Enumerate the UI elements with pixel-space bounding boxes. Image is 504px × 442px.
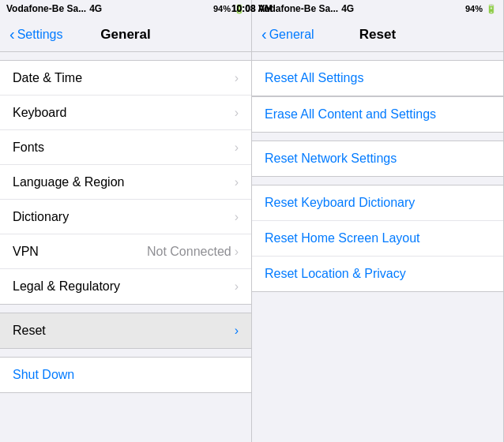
- keyboard-value: ›: [235, 106, 239, 120]
- carrier-label: Vodafone-Be Sa...: [6, 3, 86, 14]
- left-back-chevron-icon: ‹: [9, 26, 15, 42]
- vpn-value: Not Connected ›: [147, 245, 239, 259]
- dictionary-item[interactable]: Dictionary ›: [0, 200, 251, 234]
- left-back-button[interactable]: ‹ Settings: [9, 27, 62, 42]
- fonts-label: Fonts: [13, 140, 44, 155]
- reset-section: Reset ›: [0, 313, 251, 349]
- reset-label: Reset: [13, 324, 46, 338]
- right-network-label: 4G: [341, 3, 354, 14]
- right-battery-icon: 🔋: [486, 4, 497, 14]
- battery-label: 94%: [213, 4, 231, 13]
- language-region-value: ›: [235, 175, 239, 189]
- reset-keyboard-label: Reset Keyboard Dictionary: [265, 196, 415, 210]
- right-status-bar: Vodafone-Be Sa... 4G 10:08 AM 94% 🔋: [252, 0, 503, 17]
- left-nav-bar: ‹ Settings General: [0, 17, 251, 52]
- shutdown-section: Shut Down: [0, 357, 251, 393]
- vpn-chevron-icon: ›: [235, 245, 239, 259]
- reset-homescreen-item[interactable]: Reset Home Screen Layout: [252, 221, 503, 257]
- right-nav-bar: ‹ General Reset: [252, 17, 503, 52]
- fonts-item[interactable]: Fonts ›: [0, 130, 251, 165]
- reset-chevron-icon: ›: [235, 324, 239, 338]
- reset-item[interactable]: Reset ›: [0, 313, 251, 348]
- left-main-list: Date & Time › Keyboard › Fonts › Languag…: [0, 60, 251, 305]
- date-time-chevron-icon: ›: [235, 71, 239, 85]
- dictionary-label: Dictionary: [13, 210, 69, 224]
- network-label: 4G: [89, 3, 102, 14]
- reset-all-settings-item[interactable]: Reset All Settings: [252, 61, 503, 96]
- right-time: 10:08 AM: [231, 3, 273, 14]
- legal-regulatory-label: Legal & Regulatory: [13, 279, 120, 294]
- vpn-item[interactable]: VPN Not Connected ›: [0, 234, 251, 269]
- language-region-item[interactable]: Language & Region ›: [0, 165, 251, 200]
- reset-network-label: Reset Network Settings: [265, 152, 397, 166]
- right-panel: Vodafone-Be Sa... 4G 10:08 AM 94% 🔋 ‹ Ge…: [252, 0, 504, 442]
- reset-keyboard-item[interactable]: Reset Keyboard Dictionary: [252, 185, 503, 221]
- left-status-left: Vodafone-Be Sa... 4G: [6, 3, 102, 14]
- shutdown-label: Shut Down: [13, 368, 74, 382]
- erase-all-section: Erase All Content and Settings: [252, 96, 503, 133]
- date-time-label: Date & Time: [13, 71, 82, 85]
- fonts-chevron-icon: ›: [235, 140, 239, 155]
- right-battery-label: 94%: [465, 4, 483, 13]
- left-panel-content: Date & Time › Keyboard › Fonts › Languag…: [0, 52, 251, 442]
- left-status-bar: Vodafone-Be Sa... 4G 10:08 AM 94% 🔋: [0, 0, 251, 17]
- reset-location-item[interactable]: Reset Location & Privacy: [252, 257, 503, 291]
- erase-all-label: Erase All Content and Settings: [265, 107, 436, 122]
- reset-value: ›: [235, 324, 239, 338]
- language-region-label: Language & Region: [13, 175, 124, 189]
- left-back-label: Settings: [17, 28, 63, 42]
- reset-all-settings-label: Reset All Settings: [265, 71, 363, 85]
- keyboard-item[interactable]: Keyboard ›: [0, 96, 251, 130]
- reset-all-settings-section: Reset All Settings: [252, 60, 503, 96]
- right-nav-title: Reset: [359, 27, 396, 43]
- right-status-right: 94% 🔋: [465, 4, 497, 14]
- legal-regulatory-item[interactable]: Legal & Regulatory ›: [0, 269, 251, 304]
- reset-homescreen-label: Reset Home Screen Layout: [265, 231, 420, 245]
- keyboard-label: Keyboard: [13, 106, 67, 120]
- legal-regulatory-chevron-icon: ›: [235, 279, 239, 294]
- reset-location-label: Reset Location & Privacy: [265, 267, 406, 281]
- right-panel-content: Reset All Settings Erase All Content and…: [252, 52, 503, 442]
- date-time-value: ›: [235, 71, 239, 85]
- shutdown-item[interactable]: Shut Down: [0, 358, 251, 392]
- date-time-item[interactable]: Date & Time ›: [0, 61, 251, 96]
- right-back-chevron-icon: ‹: [261, 26, 267, 42]
- keyboard-chevron-icon: ›: [235, 106, 239, 120]
- language-region-chevron-icon: ›: [235, 175, 239, 189]
- left-nav-title: General: [100, 27, 150, 43]
- right-status-left: Vodafone-Be Sa... 4G: [258, 3, 354, 14]
- vpn-label: VPN: [13, 245, 39, 259]
- legal-regulatory-value: ›: [235, 279, 239, 294]
- right-back-label: General: [269, 28, 314, 42]
- erase-all-item[interactable]: Erase All Content and Settings: [252, 97, 503, 132]
- fonts-value: ›: [235, 140, 239, 155]
- dictionary-chevron-icon: ›: [235, 210, 239, 224]
- reset-network-section: Reset Network Settings: [252, 140, 503, 177]
- right-back-button[interactable]: ‹ General: [261, 27, 314, 42]
- reset-other-section: Reset Keyboard Dictionary Reset Home Scr…: [252, 185, 503, 292]
- left-panel: Vodafone-Be Sa... 4G 10:08 AM 94% 🔋 ‹ Se…: [0, 0, 252, 442]
- dictionary-value: ›: [235, 210, 239, 224]
- reset-network-item[interactable]: Reset Network Settings: [252, 141, 503, 176]
